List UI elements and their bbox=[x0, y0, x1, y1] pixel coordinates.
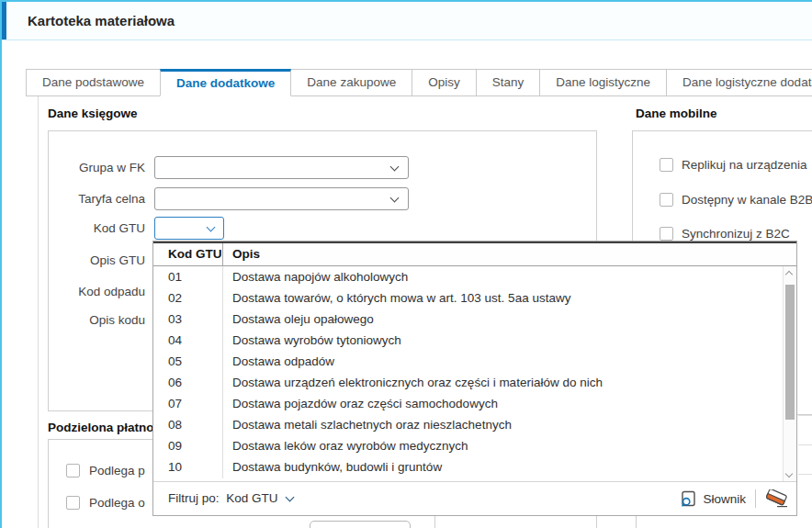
gtu-code: 01 bbox=[168, 266, 182, 287]
slownik-label: Słownik bbox=[703, 492, 746, 506]
eraser-icon bbox=[765, 489, 789, 508]
gtu-code: 02 bbox=[168, 287, 182, 309]
kod-gtu-combobox[interactable] bbox=[154, 217, 224, 240]
gtu-code: 04 bbox=[168, 330, 182, 351]
gtu-row-10[interactable]: 10Dostawa budynków, budowli i gruntów bbox=[153, 456, 782, 477]
gtu-row-03[interactable]: 03Dostawa oleju opałowego bbox=[153, 309, 782, 330]
scrollbar-thumb[interactable] bbox=[785, 285, 795, 420]
title-accent-stripe bbox=[2, 2, 6, 39]
popup-footer: Filtruj po: Kod GTU Słownik bbox=[153, 481, 796, 515]
gtu-opis: Dostawa pojazdów oraz części samochodowy… bbox=[232, 393, 498, 414]
tab-dane-dodatkowe[interactable]: Dane dodatkowe bbox=[160, 69, 291, 96]
filter-by-control[interactable]: Filtruj po: Kod GTU bbox=[168, 482, 293, 515]
replikuj-checkbox[interactable] bbox=[660, 158, 673, 172]
slownik-button[interactable]: Słownik bbox=[680, 490, 746, 508]
label-kod-odpadu: Kod odpadu bbox=[37, 280, 145, 303]
tab-stany[interactable]: Stany bbox=[476, 69, 541, 96]
gtu-row-01[interactable]: 01Dostawa napojów alkoholowych bbox=[153, 266, 782, 287]
border-fragment bbox=[798, 415, 812, 416]
podlega-o-checkbox[interactable] bbox=[66, 496, 80, 510]
footer-actions: Słownik bbox=[680, 482, 789, 515]
document-magnifier-icon bbox=[680, 490, 697, 508]
chevron-down-icon bbox=[390, 163, 400, 172]
window-border-left bbox=[0, 0, 2, 528]
chevron-down-icon bbox=[785, 470, 793, 477]
section-title-dane-ksiegowe: Dane księgowe bbox=[48, 107, 138, 120]
popup-scrollbar[interactable] bbox=[783, 266, 796, 483]
section-title-podzielona-platnosc: Podzielona płatno bbox=[48, 421, 154, 434]
gtu-row-07[interactable]: 07Dostawa pojazdów oraz części samochodo… bbox=[153, 393, 782, 414]
podlega-o-label: Podlega o bbox=[89, 496, 145, 511]
gtu-row-02[interactable]: 02Dostawa towarów, o których mowa w art.… bbox=[153, 287, 782, 309]
podlega-p-label: Podlega p bbox=[89, 464, 145, 478]
tab-bar: Dane podstawowe Dane dodatkowe Dane zaku… bbox=[26, 69, 812, 96]
podlega-p-checkbox[interactable] bbox=[66, 464, 80, 477]
gtu-opis: Dostawa wyrobów tytoniowych bbox=[232, 330, 401, 351]
gtu-opis: Dostawa budynków, budowli i gruntów bbox=[232, 456, 442, 477]
section-title-dane-mobilne: Dane mobilne bbox=[636, 107, 717, 120]
kod-gtu-dropdown-popup: Kod GTU Opis 01Dostawa napojów alkoholow… bbox=[152, 241, 797, 516]
dostepny-b2b-checkbox[interactable] bbox=[660, 193, 673, 207]
gtu-code: 09 bbox=[168, 435, 182, 456]
tab-dane-logistyczne-dodatkowe[interactable]: Dane logistyczne dodatko bbox=[666, 69, 812, 96]
chevron-down-icon bbox=[390, 194, 400, 203]
scroll-up-button[interactable] bbox=[784, 266, 796, 281]
chevron-down-icon bbox=[207, 223, 216, 232]
gtu-code: 08 bbox=[168, 414, 182, 435]
gtu-row-05[interactable]: 05Dostawa odpadów bbox=[153, 351, 782, 372]
gtu-row-06[interactable]: 06Dostawa urządzeń elektronicznych oraz … bbox=[153, 372, 782, 393]
title-bar: Kartoteka materiałowa bbox=[2, 2, 812, 40]
gtu-code: 07 bbox=[168, 393, 182, 414]
gtu-code: 05 bbox=[168, 351, 182, 372]
tab-dane-podstawowe[interactable]: Dane podstawowe bbox=[26, 69, 161, 96]
hidden-button-fragment bbox=[310, 521, 411, 528]
column-header-kod-gtu: Kod GTU bbox=[168, 247, 222, 261]
gtu-opis: Dostawa urządzeń elektronicznych oraz cz… bbox=[232, 372, 603, 393]
gtu-row-09[interactable]: 09Dostawa leków oraz wyrobów medycznych bbox=[153, 435, 782, 456]
column-separator bbox=[222, 243, 223, 266]
grupa-w-fk-combobox[interactable] bbox=[154, 156, 409, 179]
synchronizuj-b2c-label: Synchronizuj z B2C bbox=[682, 227, 790, 242]
replikuj-label: Replikuj na urządzenia bbox=[682, 158, 807, 173]
gtu-code: 03 bbox=[168, 309, 182, 330]
popup-table-header: Kod GTU Opis bbox=[153, 242, 796, 266]
kartoteka-window: Kartoteka materiałowa Dane podstawowe Da… bbox=[0, 0, 812, 528]
gtu-opis: Dostawa metali szlachetnych oraz nieszla… bbox=[232, 414, 512, 435]
taryfa-celna-combobox[interactable] bbox=[154, 187, 409, 210]
label-kod-gtu: Kod GTU bbox=[37, 217, 145, 240]
page-title: Kartoteka materiałowa bbox=[28, 2, 175, 39]
label-opis-kodu: Opis kodu bbox=[37, 309, 145, 331]
tab-dane-zakupowe[interactable]: Dane zakupowe bbox=[290, 69, 412, 96]
label-opis-gtu: Opis GTU bbox=[37, 249, 145, 272]
gtu-opis: Dostawa napojów alkoholowych bbox=[232, 266, 408, 287]
tab-dane-logistyczne[interactable]: Dane logistyczne bbox=[539, 69, 667, 96]
label-grupa-w-fk: Grupa w FK bbox=[37, 156, 145, 179]
gtu-opis: Dostawa towarów, o których mowa w art. 1… bbox=[232, 287, 570, 309]
label-taryfa-celna: Taryfa celna bbox=[37, 187, 145, 210]
synchronizuj-b2c-checkbox[interactable] bbox=[660, 227, 673, 241]
gtu-row-04[interactable]: 04Dostawa wyrobów tytoniowych bbox=[153, 330, 782, 351]
border-fragment bbox=[798, 444, 812, 445]
gtu-opis: Dostawa odpadów bbox=[232, 351, 334, 372]
divider bbox=[755, 489, 756, 508]
filter-prefix: Filtruj po: bbox=[168, 491, 220, 505]
gtu-row-08[interactable]: 08Dostawa metali szlachetnych oraz niesz… bbox=[153, 414, 782, 435]
gtu-code: 06 bbox=[168, 372, 182, 393]
divider-fragment bbox=[636, 516, 637, 528]
column-header-opis: Opis bbox=[232, 247, 260, 261]
chevron-down-icon bbox=[286, 493, 295, 502]
tab-opisy[interactable]: Opisy bbox=[412, 69, 477, 96]
gtu-code: 10 bbox=[168, 456, 182, 477]
divider-fragment bbox=[434, 516, 435, 528]
filter-value: Kod GTU bbox=[226, 491, 277, 505]
gtu-opis: Dostawa oleju opałowego bbox=[232, 309, 374, 330]
border-fragment bbox=[798, 474, 812, 475]
gtu-rows-list: 01Dostawa napojów alkoholowych 02Dostawa… bbox=[153, 266, 782, 477]
clear-button[interactable] bbox=[765, 489, 789, 508]
gtu-opis: Dostawa leków oraz wyrobów medycznych bbox=[232, 435, 468, 456]
dostepny-b2b-label: Dostępny w kanale B2B bbox=[682, 193, 812, 208]
chevron-up-icon bbox=[785, 271, 793, 278]
